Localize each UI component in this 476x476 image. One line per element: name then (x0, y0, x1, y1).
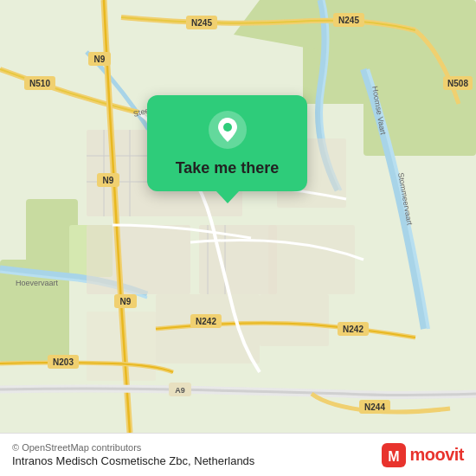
svg-point-51 (223, 123, 232, 132)
svg-rect-12 (260, 294, 329, 346)
svg-text:N510: N510 (29, 79, 50, 88)
svg-rect-8 (87, 225, 190, 294)
svg-text:N244: N244 (364, 402, 385, 412)
svg-text:Hoevervaart: Hoevervaart (16, 279, 59, 287)
svg-text:N242: N242 (343, 325, 363, 334)
svg-text:N508: N508 (447, 79, 468, 88)
svg-text:N9: N9 (94, 55, 106, 64)
moovit-icon: M (382, 443, 406, 467)
svg-text:A9: A9 (175, 386, 185, 395)
take-me-there-label: Take me there (176, 159, 280, 177)
map-container[interactable]: N510 N245 N245 N508 N9 N9 N9 N203 A9 N24… (0, 0, 476, 433)
moovit-logo: M moovit (382, 443, 464, 467)
location-title: Intranos Medisch Cosmetische Zbc, Nether… (12, 454, 254, 467)
svg-text:N242: N242 (196, 317, 216, 326)
take-me-there-popup[interactable]: Take me there (147, 95, 307, 191)
svg-rect-11 (268, 225, 355, 294)
svg-text:N203: N203 (53, 357, 74, 367)
copyright-text: © OpenStreetMap contributors (12, 442, 254, 453)
svg-text:M: M (389, 449, 400, 464)
svg-text:N9: N9 (103, 176, 114, 185)
svg-text:N9: N9 (120, 297, 132, 306)
svg-text:N245: N245 (191, 18, 212, 28)
bottom-left-section: © OpenStreetMap contributors Intranos Me… (12, 442, 254, 467)
location-pin-icon (209, 111, 247, 149)
moovit-brand-text: moovit (409, 445, 464, 465)
bottom-bar: © OpenStreetMap contributors Intranos Me… (0, 433, 476, 476)
svg-text:N245: N245 (338, 16, 359, 25)
